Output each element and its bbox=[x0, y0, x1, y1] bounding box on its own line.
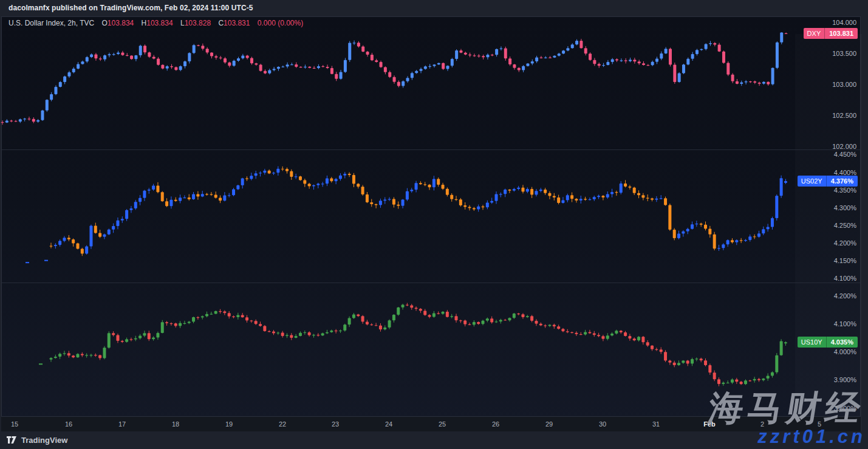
candle-body bbox=[232, 190, 235, 196]
candle-body bbox=[660, 198, 663, 199]
candle-body bbox=[361, 187, 364, 194]
candle-body bbox=[281, 67, 284, 67]
candle-body bbox=[352, 315, 355, 318]
candle-body bbox=[272, 331, 275, 333]
candle-body bbox=[722, 52, 725, 63]
candle-body bbox=[775, 355, 778, 372]
candle-body bbox=[72, 69, 75, 72]
candle-body bbox=[442, 312, 445, 314]
candle-body bbox=[508, 190, 511, 191]
candle-body bbox=[780, 341, 783, 355]
candle-body bbox=[566, 48, 569, 50]
candle-body bbox=[521, 314, 524, 317]
candle-body bbox=[330, 331, 333, 332]
candle-body bbox=[722, 244, 725, 248]
symbol-title: U.S. Dollar Index, 2h, TVC bbox=[9, 19, 94, 27]
candle-body bbox=[98, 355, 101, 358]
candle-body bbox=[281, 169, 284, 170]
candle-wick bbox=[189, 194, 190, 201]
candle-body bbox=[94, 355, 97, 355]
candle-body bbox=[450, 195, 453, 199]
candle-body bbox=[579, 41, 583, 48]
candle-body bbox=[477, 56, 480, 57]
candle-body bbox=[575, 199, 578, 201]
candle-body bbox=[784, 181, 787, 183]
candle-body bbox=[379, 326, 382, 330]
candle-body bbox=[562, 50, 565, 53]
candle-body bbox=[620, 331, 623, 332]
candle-wick bbox=[166, 321, 167, 326]
candle-body bbox=[682, 361, 685, 363]
candle-body bbox=[343, 174, 346, 176]
candle-body bbox=[50, 94, 53, 100]
candle-body bbox=[495, 194, 498, 201]
candle-body bbox=[165, 322, 168, 323]
candle-body bbox=[615, 192, 618, 193]
badge-symbol: US02Y bbox=[798, 176, 827, 187]
candle-body bbox=[81, 354, 84, 355]
candle-body bbox=[255, 173, 258, 176]
candle-body bbox=[539, 190, 542, 191]
candle-body bbox=[544, 58, 547, 58]
candle-body bbox=[299, 333, 302, 336]
candle-body bbox=[437, 314, 440, 314]
candle-body bbox=[268, 331, 271, 332]
candle-body bbox=[259, 64, 262, 70]
candle-body bbox=[606, 335, 609, 339]
candle-wick bbox=[785, 341, 786, 346]
candle-body bbox=[740, 240, 743, 241]
candle-body bbox=[468, 324, 471, 325]
candle-body bbox=[477, 207, 480, 210]
candle-body bbox=[210, 194, 213, 195]
candle-body bbox=[312, 335, 315, 335]
price-badge-us02y: US02Y 4.376% bbox=[798, 176, 858, 187]
candle-body bbox=[731, 240, 734, 242]
candle-body bbox=[343, 324, 346, 331]
candle-body bbox=[250, 176, 253, 179]
candle-body bbox=[419, 309, 422, 310]
tradingview-snapshot: dacolmanfx published on TradingView.com,… bbox=[0, 0, 868, 449]
candle-body bbox=[10, 121, 13, 122]
candle-body bbox=[499, 194, 502, 194]
candle-wick bbox=[327, 330, 327, 334]
candle-body bbox=[464, 53, 467, 55]
candle-body bbox=[335, 331, 338, 331]
candle-body bbox=[526, 64, 529, 66]
candle-body bbox=[201, 194, 204, 196]
candlestick-chart[interactable] bbox=[0, 0, 868, 449]
candle-body bbox=[54, 357, 57, 358]
candle-body bbox=[290, 171, 293, 177]
candle-body bbox=[348, 318, 351, 325]
candle-body bbox=[539, 324, 542, 326]
candle-body bbox=[339, 331, 342, 331]
candle-body bbox=[557, 326, 560, 329]
candle-body bbox=[468, 207, 471, 208]
candle-wick bbox=[305, 64, 306, 69]
candle-body bbox=[709, 43, 712, 44]
candle-body bbox=[219, 58, 222, 58]
candle-body bbox=[593, 60, 596, 64]
candle-body bbox=[263, 326, 266, 331]
candle-body bbox=[353, 43, 356, 43]
candle-wick bbox=[197, 316, 198, 320]
candle-body bbox=[584, 332, 587, 335]
candle-body bbox=[148, 333, 151, 339]
candle-body bbox=[174, 323, 177, 326]
candle-body bbox=[641, 337, 644, 342]
candle-body bbox=[340, 72, 343, 79]
candle-body bbox=[704, 360, 707, 365]
candle-body bbox=[588, 332, 591, 334]
candle-body bbox=[504, 48, 507, 58]
candle-body bbox=[410, 306, 413, 308]
candle-body bbox=[397, 307, 400, 315]
candle-body bbox=[726, 383, 730, 383]
candle-body bbox=[339, 176, 342, 179]
candle-body bbox=[264, 71, 267, 74]
candle-body bbox=[651, 198, 654, 199]
candle-body bbox=[201, 46, 204, 49]
candle-body bbox=[152, 185, 155, 190]
candle-body bbox=[482, 207, 485, 207]
candle-body bbox=[548, 58, 552, 58]
watermark-chinese: 海马财经 bbox=[705, 385, 868, 432]
badge-symbol: DXY bbox=[804, 28, 825, 39]
